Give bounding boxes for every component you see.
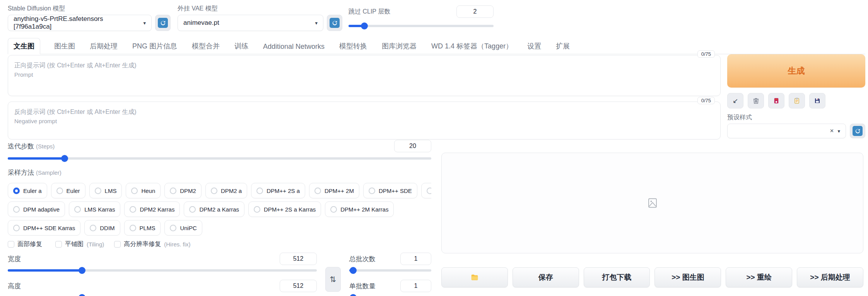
radio-icon: [130, 225, 136, 231]
refresh-styles-button[interactable]: [850, 124, 865, 138]
output-action-button[interactable]: 打包下载: [584, 267, 650, 287]
slider-thumb[interactable]: [61, 155, 68, 162]
sampler-option[interactable]: DPM++ 2S a Karras: [248, 201, 321, 217]
slider-thumb[interactable]: [361, 22, 368, 29]
sampler-option[interactable]: DPM++ SDE Karras: [8, 220, 80, 236]
generate-button[interactable]: 生成: [727, 54, 865, 88]
sampler-option[interactable]: DPM++ SDE: [363, 183, 417, 198]
styles-row: × ▾: [727, 124, 865, 138]
slider-thumb[interactable]: [350, 267, 357, 274]
sampler-option[interactable]: DPM2 a: [205, 183, 247, 198]
refresh-vae-button[interactable]: [327, 15, 342, 31]
generate-column: 生成 ↙ 预设样式 × ▾: [727, 54, 865, 138]
sampler-option[interactable]: UniPC: [164, 220, 202, 236]
radio-icon: [254, 206, 260, 213]
output-action-button[interactable]: >> 后期处理: [797, 267, 863, 287]
checkbox-option[interactable]: 面部修复: [8, 240, 45, 248]
open-folder-button[interactable]: [441, 267, 508, 287]
output-action-button[interactable]: >> 图生图: [654, 267, 721, 287]
clear-prompt-button[interactable]: [748, 93, 764, 108]
sampler-option[interactable]: DDIM: [84, 220, 120, 236]
tab[interactable]: 模型转换: [338, 38, 368, 54]
sampler-option[interactable]: DPM adaptive: [8, 201, 65, 217]
sampler-option[interactable]: Euler a: [8, 183, 47, 198]
sampler-option[interactable]: DPM2: [164, 183, 202, 198]
tab[interactable]: 设置: [526, 38, 542, 54]
sampler-option[interactable]: DPM++ 2M Karras: [325, 201, 394, 217]
sampler-option[interactable]: DPM2 a Karras: [184, 201, 244, 217]
tab[interactable]: Additional Networks: [262, 40, 325, 54]
main-tabs: 文生图图生图后期处理PNG 图片信息模型合并训练Additional Netwo…: [8, 37, 865, 54]
sampler-options: Euler aEulerLMSHeunDPM2DPM2 aDPM++ 2S aD…: [8, 183, 431, 236]
negative-placeholder-zh: 反向提示词 (按 Ctrl+Enter 或 Alt+Enter 生成): [14, 107, 714, 117]
swap-dimensions-button[interactable]: ⇅: [325, 267, 341, 292]
clipboard-icon: [793, 97, 800, 104]
tab[interactable]: 文生图: [8, 38, 40, 54]
tab[interactable]: WD 1.4 标签器（Tagger）: [431, 38, 513, 54]
sd-model-select[interactable]: anything-v5-PrtRE.safetensors [7f96a1a9c…: [8, 15, 152, 31]
batch-count-slider[interactable]: [349, 267, 431, 274]
sampler-option[interactable]: DPM2 Karras: [124, 201, 180, 217]
negative-prompt-input[interactable]: 反向提示词 (按 Ctrl+Enter 或 Alt+Enter 生成) Nega…: [8, 102, 721, 139]
tab[interactable]: 后期处理: [89, 38, 118, 54]
slider-thumb[interactable]: [79, 294, 85, 296]
prompt-input[interactable]: 正向提示词 (按 Ctrl+Enter 或 Alt+Enter 生成) Prom…: [8, 55, 721, 96]
steps-input[interactable]: 20: [394, 140, 431, 152]
checkbox-option[interactable]: 高分辨率修复 (Hires. fix): [114, 240, 190, 248]
tab[interactable]: 模型合并: [191, 38, 220, 54]
slider-thumb[interactable]: [79, 267, 85, 274]
clip-skip-input[interactable]: 2: [456, 5, 494, 18]
batch-size-input[interactable]: 1: [400, 280, 431, 292]
width-input[interactable]: 512: [280, 253, 317, 265]
sampler-option[interactable]: DPM++ 2M: [309, 183, 359, 198]
tab[interactable]: 图生图: [53, 38, 76, 54]
sampler-option[interactable]: DPM fast: [421, 183, 431, 198]
sampler-option[interactable]: Euler: [51, 183, 85, 198]
sampler-option[interactable]: PLMS: [124, 220, 161, 236]
clip-skip-slider[interactable]: [349, 22, 494, 29]
styles-select[interactable]: × ▾: [727, 124, 846, 138]
output-gallery[interactable]: [441, 153, 863, 253]
batch-size-slider[interactable]: [349, 294, 431, 296]
tab[interactable]: 图库浏览器: [381, 38, 417, 54]
negative-placeholder-en: Negative prompt: [14, 117, 714, 126]
batch-count-input[interactable]: 1: [400, 253, 431, 265]
clear-icon[interactable]: ×: [830, 127, 834, 135]
sampler-option[interactable]: LMS: [89, 183, 122, 198]
radio-icon: [330, 206, 337, 213]
radio-icon: [131, 188, 138, 194]
steps-label: 迭代步数: [8, 142, 34, 151]
arrow-down-left-icon: ↙: [733, 97, 738, 105]
tab[interactable]: 训练: [234, 38, 249, 54]
width-slider[interactable]: [8, 267, 317, 274]
radio-icon: [90, 225, 96, 231]
tab[interactable]: 扩展: [555, 38, 571, 54]
vae-value: animevae.pt: [183, 19, 311, 27]
save-style-button[interactable]: [809, 93, 825, 108]
card-icon: [773, 97, 780, 104]
refresh-sd-model-button[interactable]: [155, 15, 171, 31]
radio-icon: [130, 206, 136, 213]
negative-token-counter: 0/75: [697, 97, 715, 104]
checkbox-option[interactable]: 平铺图 (Tiling): [55, 240, 104, 248]
output-action-button[interactable]: 保存: [513, 267, 579, 287]
vae-select[interactable]: animevae.pt ▾: [178, 15, 323, 31]
extra-networks-button[interactable]: [768, 93, 784, 108]
restore-prompt-button[interactable]: ↙: [727, 93, 743, 108]
sampler-option[interactable]: LMS Karras: [69, 201, 120, 217]
folder-icon: [470, 273, 479, 282]
sampler-option[interactable]: DPM++ 2S a: [251, 183, 305, 198]
slider-thumb[interactable]: [350, 294, 357, 296]
height-row: 高度 512: [8, 279, 317, 296]
height-slider[interactable]: [8, 294, 317, 296]
tab[interactable]: PNG 图片信息: [132, 38, 178, 54]
batch-size-label: 单批数量: [349, 282, 376, 291]
batch-count-row: 总批次数 1: [349, 252, 431, 274]
output-action-button[interactable]: >> 重绘: [726, 267, 792, 287]
apply-style-button[interactable]: [789, 93, 805, 108]
sampler-option[interactable]: Heun: [126, 183, 161, 198]
chevron-down-icon: ▾: [143, 20, 146, 26]
prompt-token-counter: 0/75: [697, 50, 715, 58]
height-input[interactable]: 512: [280, 280, 317, 292]
steps-slider[interactable]: [8, 155, 431, 162]
